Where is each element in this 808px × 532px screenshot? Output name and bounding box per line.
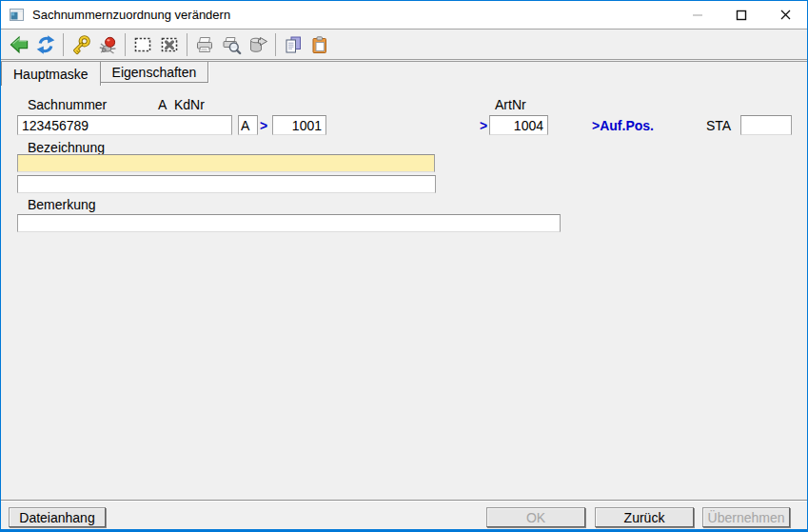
sachnummer-label: Sachnummer [28,97,107,112]
sta-label: STA [706,118,731,133]
select-region-icon [132,34,153,55]
bezeichnung-label: Bezeichnung [28,140,105,155]
zurueck-button[interactable]: Zurück [595,507,694,527]
toolbar-separator [275,33,276,56]
window-title: Sachnummernzuordnung verändern [32,8,230,22]
back-icon [9,34,30,55]
toolbar-separator [125,33,126,56]
key-button[interactable] [69,32,93,57]
artnr-lookup-arrow[interactable]: > [480,118,487,133]
select-region-button[interactable] [130,32,155,57]
footer-divider [1,500,807,502]
paste-icon [309,34,330,55]
auf-pos-link[interactable]: >Auf.Pos. [592,118,654,133]
artnr-label: ArtNr [495,97,526,112]
print-icon [194,34,215,55]
key-icon [70,34,91,55]
dialog-window: Sachnummernzuordnung verändern [0,0,808,532]
dateianhang-button[interactable]: Dateianhang [9,507,106,527]
back-button[interactable] [7,32,31,57]
artnr-input[interactable] [489,115,548,135]
maximize-button[interactable] [719,1,763,29]
uebernehmen-button[interactable]: Übernehmen [702,507,790,527]
a-column-label: A [158,97,167,112]
copy-icon [283,34,304,55]
ok-button[interactable]: OK [486,507,585,527]
sachnummer-input[interactable] [17,115,232,135]
tab-bar: Hauptmaske Eigenschaften [1,61,807,86]
tab-hauptmaske[interactable]: Hauptmaske [1,62,101,86]
copy-button[interactable] [281,32,305,57]
close-button[interactable] [763,1,807,29]
print-button[interactable] [192,32,217,57]
bezeichnung-input-1[interactable] [17,154,435,172]
kdnr-input[interactable] [272,115,326,135]
a-input[interactable] [238,115,258,135]
print-preview-icon [221,34,242,55]
refresh-icon [35,34,56,55]
sta-input[interactable] [740,115,792,135]
bemerkung-label: Bemerkung [28,197,96,212]
clear-selection-button[interactable] [157,32,182,57]
print-preview-button[interactable] [219,32,244,57]
database-export-icon [247,34,268,55]
bemerkung-input[interactable] [17,214,561,232]
clear-selection-icon [159,34,180,55]
app-icon [10,9,24,21]
window-controls [676,1,807,29]
spider-icon [97,34,118,55]
kdnr-lookup-arrow[interactable]: > [260,118,267,133]
toolbar-separator [187,33,187,56]
bezeichnung-input-2[interactable] [17,175,436,193]
toolbar-separator [63,33,64,56]
kdnr-label: KdNr [174,97,205,112]
tab-eigenschaften[interactable]: Eigenschaften [101,62,209,83]
refresh-button[interactable] [33,32,58,57]
toolbar [1,30,807,60]
title-bar: Sachnummernzuordnung verändern [1,1,807,30]
paste-button[interactable] [307,32,332,57]
minimize-button[interactable] [676,1,719,29]
spider-button[interactable] [95,32,120,57]
database-export-button[interactable] [246,32,270,57]
